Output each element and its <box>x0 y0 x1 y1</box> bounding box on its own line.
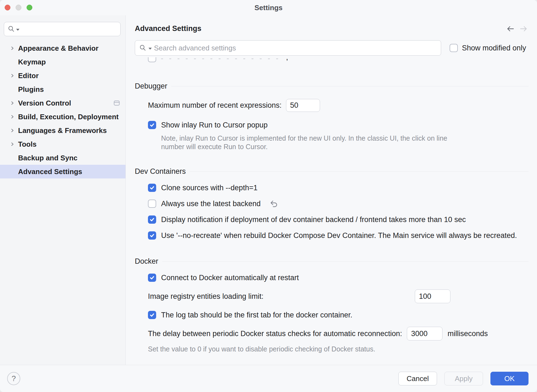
status-check-delay-input[interactable] <box>407 327 442 340</box>
advanced-search-input[interactable] <box>154 44 437 52</box>
window-title: Settings <box>255 4 283 12</box>
sidebar-item-keymap[interactable]: Keymap <box>0 55 125 69</box>
show-modified-label: Show modified only <box>462 44 526 52</box>
row-status-check-delay: The delay between periodic Docker status… <box>148 327 529 340</box>
settings-search-field[interactable] <box>4 22 121 36</box>
traffic-lights <box>5 5 32 10</box>
connect-docker-label[interactable]: Connect to Docker automatically at resta… <box>161 274 299 282</box>
settings-scroll-area[interactable]: , Debugger Maximum number of recent expr… <box>135 56 529 363</box>
chevron-right-icon[interactable] <box>10 46 15 50</box>
log-tab-first-checkbox[interactable] <box>148 311 156 319</box>
sidebar-item-appearance-behavior[interactable]: Appearance & Behavior <box>0 41 125 55</box>
clone-sources-checkbox[interactable] <box>148 184 156 192</box>
chevron-right-icon[interactable] <box>10 142 15 146</box>
clipped-text-fragment: , <box>286 57 288 63</box>
sidebar-item-advanced-settings[interactable]: Advanced Settings <box>0 165 125 178</box>
status-check-delay-hint: Set the value to 0 if you want to disabl… <box>148 345 529 353</box>
row-no-recreate: Use '--no-recreate' when rebuild Docker … <box>148 231 529 240</box>
section-debugger: Debugger <box>135 81 529 91</box>
connect-docker-checkbox[interactable] <box>148 274 156 282</box>
close-button[interactable] <box>5 5 10 10</box>
search-options-caret-icon[interactable] <box>16 29 19 31</box>
section-divider <box>190 171 529 172</box>
sidebar-item-backup-and-sync[interactable]: Backup and Sync <box>0 151 125 165</box>
display-notification-label[interactable]: Display notification if deployment of de… <box>161 215 466 224</box>
inlay-popup-label[interactable]: Show inlay Run to Cursor popup <box>161 121 268 129</box>
section-title: Debugger <box>135 82 167 90</box>
row-connect-docker: Connect to Docker automatically at resta… <box>148 274 529 282</box>
max-expressions-input[interactable] <box>286 99 320 112</box>
section-divider <box>162 261 529 262</box>
page-title: Advanced Settings <box>135 24 201 33</box>
row-log-tab-first: The log tab should be the first tab for … <box>148 311 529 319</box>
settings-window: Settings Appearance & Behavior <box>0 0 537 392</box>
sidebar-item-plugins[interactable]: Plugins <box>0 83 125 96</box>
registry-limit-label: Image registry entities loading limit: <box>148 292 415 301</box>
registry-limit-input[interactable] <box>415 289 450 303</box>
sidebar-item-tools[interactable]: Tools <box>0 137 125 151</box>
sidebar-search-input[interactable] <box>21 25 117 33</box>
chevron-right-icon[interactable] <box>10 128 15 133</box>
section-dev-containers: Dev Containers <box>135 167 529 176</box>
reset-undo-icon[interactable] <box>270 200 278 208</box>
row-inlay-popup: Show inlay Run to Cursor popup <box>148 121 529 129</box>
row-display-notification: Display notification if deployment of de… <box>148 215 529 224</box>
chevron-right-icon[interactable] <box>10 101 15 105</box>
section-docker: Docker <box>135 257 529 266</box>
row-registry-limit: Image registry entities loading limit: <box>148 289 529 303</box>
chevron-right-icon[interactable] <box>10 73 15 78</box>
display-notification-checkbox[interactable] <box>148 215 156 224</box>
back-arrow-icon[interactable] <box>505 25 515 33</box>
section-title: Dev Containers <box>135 167 186 176</box>
sidebar-item-version-control[interactable]: Version Control <box>0 96 125 110</box>
cancel-button[interactable]: Cancel <box>398 372 437 385</box>
status-check-delay-label: The delay between periodic Docker status… <box>148 329 402 338</box>
advanced-settings-panel: Advanced Settings <box>126 15 537 365</box>
latest-backend-label[interactable]: Always use the latest backend <box>161 200 261 208</box>
search-options-caret-icon[interactable] <box>148 48 152 50</box>
zoom-button[interactable] <box>27 5 32 10</box>
latest-backend-checkbox[interactable] <box>148 200 156 208</box>
no-recreate-checkbox[interactable] <box>148 231 156 240</box>
window-card-icon <box>114 101 120 106</box>
max-expressions-label: Maximum number of recent expressions: <box>148 101 282 110</box>
section-divider <box>171 86 529 86</box>
row-latest-backend: Always use the latest backend <box>148 200 529 208</box>
forward-arrow-icon <box>519 25 529 33</box>
chevron-right-icon[interactable] <box>10 115 15 119</box>
settings-sidebar: Appearance & Behavior Keymap Editor <box>0 15 126 365</box>
minimize-button <box>16 5 21 10</box>
sidebar-item-editor[interactable]: Editor <box>0 69 125 83</box>
milliseconds-label: milliseconds <box>447 329 488 338</box>
titlebar: Settings <box>0 0 537 15</box>
help-button[interactable]: ? <box>7 372 20 385</box>
dialog-footer: ? Cancel Apply OK <box>0 365 537 392</box>
no-recreate-label[interactable]: Use '--no-recreate' when rebuild Docker … <box>161 231 517 240</box>
advanced-search-field[interactable] <box>135 40 441 56</box>
ok-button[interactable]: OK <box>490 372 529 385</box>
apply-button[interactable]: Apply <box>444 372 483 385</box>
row-clone-sources: Clone sources with --depth=1 <box>148 184 529 192</box>
sidebar-item-build-execution-deployment[interactable]: Build, Execution, Deployment <box>0 110 125 124</box>
inlay-popup-note: Note, inlay Run to Cursor is implemented… <box>161 134 457 151</box>
section-title: Docker <box>135 257 158 266</box>
inlay-popup-checkbox[interactable] <box>148 121 156 129</box>
show-modified-checkbox[interactable] <box>450 44 458 52</box>
clipped-text <box>161 57 281 60</box>
search-icon <box>8 25 15 33</box>
settings-nav: Appearance & Behavior Keymap Editor <box>0 41 125 178</box>
sidebar-item-languages-frameworks[interactable]: Languages & Frameworks <box>0 124 125 137</box>
search-icon <box>139 44 146 52</box>
row-max-expressions: Maximum number of recent expressions: <box>148 99 529 112</box>
clone-sources-label[interactable]: Clone sources with --depth=1 <box>161 184 258 192</box>
question-mark-icon: ? <box>12 374 16 383</box>
log-tab-first-label[interactable]: The log tab should be the first tab for … <box>161 311 352 319</box>
checkbox[interactable] <box>148 57 156 62</box>
show-modified-only-option[interactable]: Show modified only <box>450 44 526 52</box>
clipped-setting-row: , <box>148 57 529 64</box>
